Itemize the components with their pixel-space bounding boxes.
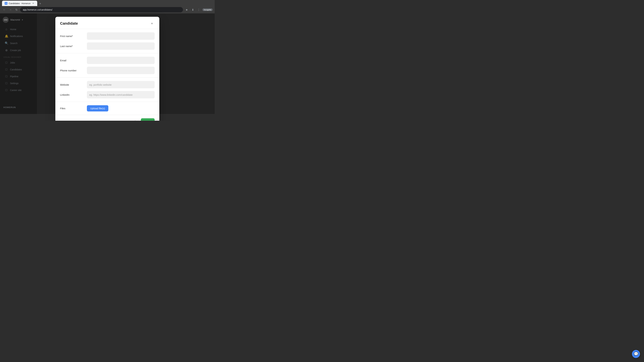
address-bar: ← → ↻ app.homerun.co/candidates/ ★ ⬇ ⋮ I… (0, 6, 215, 13)
save-button[interactable]: Save (141, 118, 155, 121)
tab-close-button[interactable]: ✕ (32, 2, 34, 5)
linkedin-input[interactable] (87, 91, 155, 98)
last-name-label: Last name* (60, 45, 87, 48)
files-section: Files Upload file(s) (55, 102, 159, 115)
reload-button[interactable]: ↻ (14, 7, 19, 12)
modal-body: First name* Last name* Email Ph (55, 29, 159, 115)
files-label: Files (60, 107, 87, 110)
modal-header: Candidate × (55, 17, 159, 29)
cancel-button[interactable]: Cancel (124, 118, 139, 121)
bookmark-icon[interactable]: ★ (184, 7, 189, 12)
last-name-input[interactable] (87, 42, 155, 50)
back-button[interactable]: ← (2, 7, 7, 12)
download-icon[interactable]: ⬇ (190, 7, 195, 12)
email-row: Email (60, 57, 155, 64)
email-label: Email (60, 59, 87, 62)
candidate-modal: Candidate × First name* Last name* (55, 17, 159, 121)
browser-menu-icon[interactable]: ⋮ (196, 7, 201, 12)
contact-section: Email Phone number (55, 53, 159, 78)
modal-overlay: Candidate × First name* Last name* (0, 13, 215, 114)
website-label: Website (60, 83, 87, 86)
modal-footer: Cancel Save (55, 115, 159, 121)
browser-tab[interactable]: H Candidates · Homerun ✕ (2, 1, 37, 6)
incognito-badge: Incognito (202, 8, 213, 11)
tab-bar: H Candidates · Homerun ✕ + (0, 0, 215, 6)
phone-row: Phone number (60, 67, 155, 74)
main-content: MM Macromir ▾ ⌂ Home 🔔 Notifications 🔍 S… (0, 13, 215, 114)
name-section: First name* Last name* (55, 29, 159, 53)
forward-button[interactable]: → (8, 7, 13, 12)
phone-label: Phone number (60, 69, 87, 72)
new-tab-button[interactable]: + (38, 1, 42, 6)
website-input[interactable] (87, 81, 155, 88)
first-name-input[interactable] (87, 32, 155, 40)
tab-title: Candidates · Homerun (9, 2, 30, 5)
modal-title: Candidate (60, 21, 78, 26)
website-row: Website (60, 81, 155, 88)
tab-favicon: H (5, 2, 8, 5)
phone-input[interactable] (87, 67, 155, 74)
linkedin-label: LinkedIn (60, 93, 87, 96)
linkedin-row: LinkedIn (60, 91, 155, 98)
email-input[interactable] (87, 57, 155, 64)
files-row: Files Upload file(s) (60, 105, 155, 111)
first-name-row: First name* (60, 32, 155, 40)
url-input[interactable]: app.homerun.co/candidates/ (20, 7, 183, 12)
social-section: Website LinkedIn (55, 78, 159, 102)
browser-chrome: H Candidates · Homerun ✕ + ← → ↻ app.hom… (0, 0, 215, 13)
last-name-row: Last name* (60, 42, 155, 50)
upload-files-button[interactable]: Upload file(s) (87, 105, 108, 111)
address-actions: ★ ⬇ ⋮ Incognito (184, 7, 213, 12)
modal-close-button[interactable]: × (149, 21, 155, 26)
first-name-label: First name* (60, 35, 87, 37)
